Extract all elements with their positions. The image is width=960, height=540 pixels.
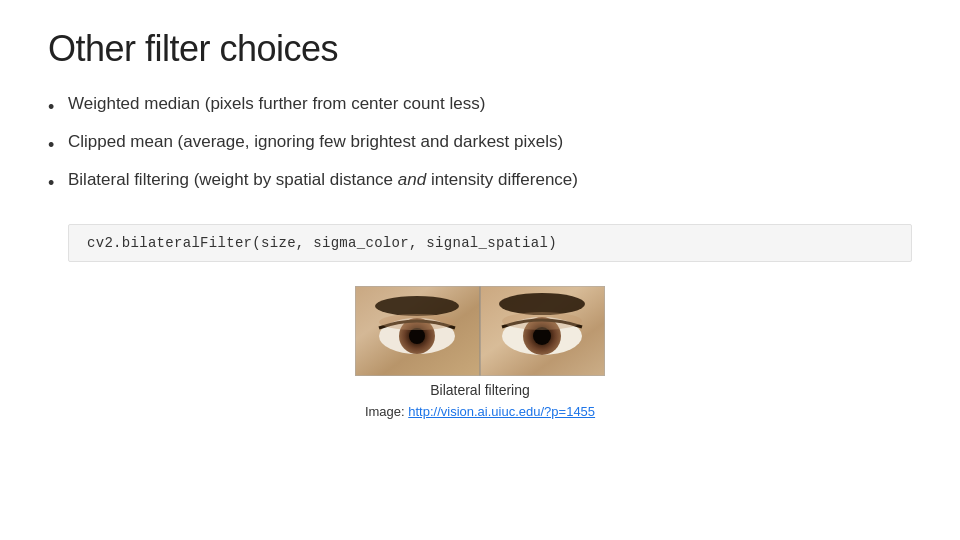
bullet-dot: • [48,170,68,196]
bullet-text-2: Clipped mean (average, ignoring few brig… [68,130,912,155]
bullet-text-3: Bilateral filtering (weight by spatial d… [68,168,912,193]
slide-title: Other filter choices [48,28,912,70]
bullet-text-1: Weighted median (pixels further from cen… [68,92,912,117]
svg-point-7 [379,314,455,330]
image-credit: Image: http://vision.ai.uiuc.edu/?p=1455 [365,404,595,419]
slide-container: Other filter choices • Weighted median (… [0,0,960,540]
bullet-text-3-after: intensity difference) [426,170,578,189]
image-credit-label: Image: [365,404,408,419]
code-block: cv2.bilateralFilter(size, sigma_color, s… [68,224,912,262]
bullet-text-3-before: Bilateral filtering (weight by spatial d… [68,170,398,189]
bullet-text-3-italic: and [398,170,426,189]
image-caption: Bilateral filtering [430,382,530,398]
image-credit-link[interactable]: http://vision.ai.uiuc.edu/?p=1455 [408,404,595,419]
bullet-dot: • [48,94,68,120]
svg-point-3 [375,296,459,316]
bullet-list: • Weighted median (pixels further from c… [48,92,912,206]
bilateral-filter-image [355,286,605,376]
svg-point-6 [409,328,425,344]
svg-point-13 [502,312,582,330]
list-item: • Clipped mean (average, ignoring few br… [48,130,912,158]
list-item: • Bilateral filtering (weight by spatial… [48,168,912,196]
svg-point-9 [499,293,585,315]
image-section: Bilateral filtering Image: http://vision… [48,286,912,419]
bullet-dot: • [48,132,68,158]
list-item: • Weighted median (pixels further from c… [48,92,912,120]
